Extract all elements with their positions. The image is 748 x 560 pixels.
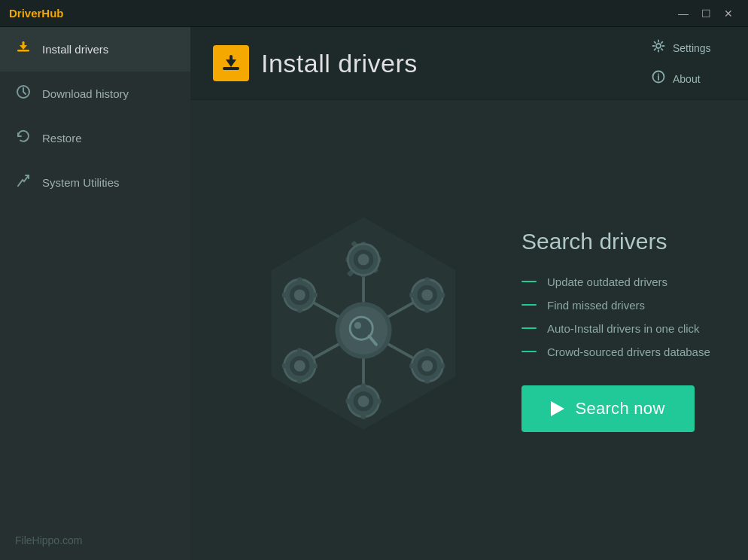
hub-svg [243, 195, 484, 466]
svg-rect-42 [361, 383, 366, 389]
svg-rect-75 [424, 378, 430, 384]
system-utilities-icon [15, 172, 32, 193]
feature-label-3: Auto-Install drivers in one click [547, 322, 700, 335]
page-title-area: Install drivers [190, 27, 440, 99]
search-now-label: Search now [575, 399, 664, 418]
graphic-area [220, 195, 506, 466]
close-button[interactable]: ✕ [718, 3, 739, 24]
restore-icon [15, 128, 32, 148]
feature-list: Update outdated drivers Find missed driv… [521, 275, 718, 358]
svg-rect-6 [223, 67, 239, 70]
sidebar: Install drivers Download history Restore [0, 27, 190, 560]
feature-dash-1 [521, 281, 537, 282]
svg-marker-2 [20, 45, 27, 50]
about-button[interactable]: About [643, 64, 733, 93]
sidebar-item-system-utilities[interactable]: System Utilities [0, 160, 190, 205]
svg-rect-66 [297, 348, 303, 354]
svg-rect-43 [361, 413, 366, 419]
app-logo: DriverHub [9, 7, 64, 20]
svg-rect-68 [312, 363, 318, 368]
header-actions: Settings About [628, 27, 748, 99]
feature-label-1: Update outdated drivers [547, 275, 667, 288]
minimize-button[interactable]: — [673, 3, 694, 24]
search-drivers-title: Search drivers [521, 229, 718, 254]
feature-label-4: Crowd-sourced drivers database [547, 345, 710, 358]
title-bar-left: DriverHub [9, 7, 64, 20]
svg-rect-77 [409, 363, 415, 368]
settings-icon [652, 39, 665, 56]
svg-point-57 [421, 289, 433, 300]
page-icon [213, 45, 249, 81]
page-title: Install drivers [261, 49, 418, 78]
maximize-button[interactable]: ☐ [695, 3, 716, 24]
app-body: Install drivers Download history Restore [0, 27, 748, 560]
settings-button[interactable]: Settings [643, 33, 733, 62]
svg-rect-67 [297, 378, 303, 384]
svg-rect-0 [17, 50, 29, 52]
list-item: Auto-Install drivers in one click [521, 322, 718, 335]
svg-rect-59 [424, 306, 430, 312]
title-bar: DriverHub — ☐ ✕ [0, 0, 748, 27]
svg-rect-76 [439, 363, 445, 368]
install-drivers-icon [15, 39, 32, 59]
svg-point-65 [294, 360, 306, 371]
list-item: Find missed drivers [521, 299, 718, 312]
svg-rect-58 [424, 277, 430, 283]
svg-rect-60 [439, 292, 445, 297]
sidebar-item-install-drivers[interactable]: Install drivers [0, 27, 190, 72]
svg-point-73 [421, 360, 433, 371]
list-item: Update outdated drivers [521, 275, 718, 288]
svg-marker-8 [226, 59, 236, 67]
download-history-icon [15, 84, 32, 104]
sidebar-label-utilities: System Utilities [42, 176, 120, 189]
svg-point-24 [354, 321, 361, 328]
svg-rect-61 [409, 292, 415, 297]
search-now-button[interactable]: Search now [521, 385, 695, 432]
info-icon [652, 70, 665, 87]
play-icon [551, 401, 564, 416]
svg-rect-45 [345, 398, 351, 403]
sidebar-footer: FileHippo.com [0, 521, 190, 560]
feature-dash-3 [521, 327, 537, 329]
svg-rect-74 [424, 348, 430, 354]
svg-rect-52 [312, 292, 318, 297]
about-label: About [673, 73, 701, 85]
svg-point-9 [656, 44, 661, 48]
sidebar-label-restore: Restore [42, 132, 82, 145]
svg-rect-53 [282, 292, 288, 297]
sidebar-item-download-history[interactable]: Download history [0, 72, 190, 116]
svg-rect-51 [297, 306, 303, 312]
svg-point-37 [357, 254, 369, 265]
svg-rect-69 [282, 363, 288, 368]
svg-point-49 [294, 289, 306, 300]
main-content: Search drivers Update outdated drivers F… [190, 100, 748, 560]
sidebar-item-restore[interactable]: Restore [0, 116, 190, 160]
svg-rect-44 [376, 398, 382, 403]
svg-point-41 [357, 395, 369, 406]
sidebar-label-download: Download history [42, 87, 129, 100]
svg-rect-50 [297, 277, 303, 283]
svg-point-12 [658, 74, 659, 75]
content-header: Install drivers Settings [190, 27, 748, 100]
list-item: Crowd-sourced drivers database [521, 345, 718, 358]
feature-dash-4 [521, 351, 537, 352]
info-area: Search drivers Update outdated drivers F… [506, 229, 718, 432]
feature-label-2: Find missed drivers [547, 299, 645, 312]
content-area: Install drivers Settings [190, 27, 748, 560]
sidebar-label-install: Install drivers [42, 43, 108, 56]
settings-label: Settings [673, 42, 711, 54]
feature-dash-2 [521, 304, 537, 306]
window-controls: — ☐ ✕ [673, 3, 739, 24]
